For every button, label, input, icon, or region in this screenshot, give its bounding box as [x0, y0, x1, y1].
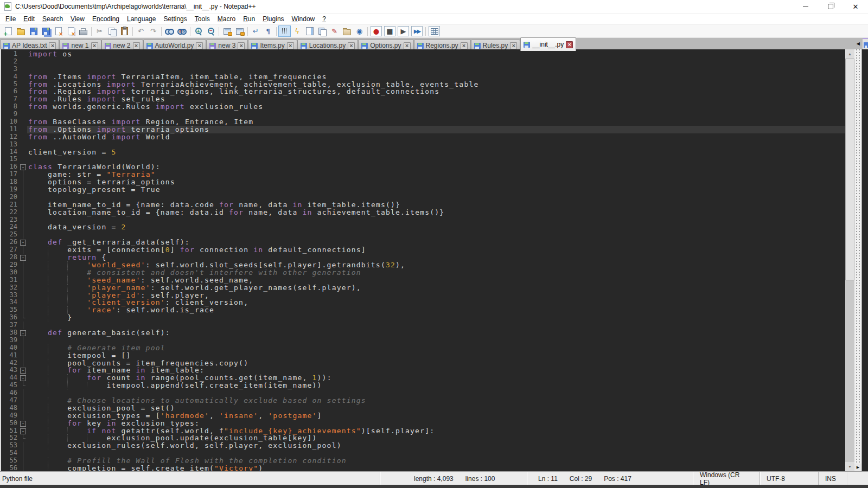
- close-button[interactable]: ✕: [843, 0, 868, 13]
- macro-record-icon[interactable]: ●: [371, 26, 382, 36]
- fold-collapse-icon[interactable]: -: [20, 330, 26, 336]
- code-line-11[interactable]: 11from .Options import terraria_options: [1, 126, 845, 133]
- code-line-45[interactable]: 45itempool.append(self.create_item(item_…: [1, 382, 845, 389]
- save-icon[interactable]: [27, 25, 40, 37]
- tab-close-icon[interactable]: ×: [461, 42, 468, 49]
- code-line-47[interactable]: 47# Choose locations to automatically ex…: [1, 397, 845, 404]
- code-line-15[interactable]: 15: [1, 156, 845, 163]
- red-pen-icon[interactable]: ✎: [328, 25, 341, 37]
- function-list-icon[interactable]: ϟ: [291, 25, 303, 37]
- macro-stop-icon[interactable]: ■: [384, 26, 395, 36]
- paste-icon[interactable]: [118, 25, 131, 37]
- code-line-23[interactable]: 23: [1, 216, 845, 224]
- sync-horizontal-scroll-icon[interactable]: [233, 25, 246, 37]
- code-line-28[interactable]: 28-return {: [1, 254, 845, 261]
- code-line-26[interactable]: 26-def _get_terraria_data(self):: [1, 239, 845, 246]
- code-line-50[interactable]: 50-for key in exclusion_types:: [1, 420, 845, 427]
- code-line-24[interactable]: 24data_version = 2: [1, 223, 845, 231]
- fold-collapse-icon[interactable]: -: [20, 240, 26, 246]
- tab-close-icon[interactable]: ×: [404, 42, 411, 49]
- code-line-44[interactable]: 44-for count in range(pool_counts.get(it…: [1, 374, 845, 382]
- fold-collapse-icon[interactable]: -: [20, 421, 26, 427]
- code-line-17[interactable]: 17game: str = "Terraria": [1, 171, 845, 178]
- code-line-53[interactable]: 53exclusion_rules(self.world, self.playe…: [1, 442, 845, 450]
- code-line-42[interactable]: 42pool_counts = item_frequencies.copy(): [1, 359, 845, 367]
- tab--init-py[interactable]: __init__.py×: [520, 37, 576, 51]
- copy-icon[interactable]: [106, 25, 118, 37]
- tab-close-icon[interactable]: ×: [49, 42, 56, 49]
- scrollbar-track[interactable]: [845, 59, 854, 462]
- tab-close-icon[interactable]: ×: [91, 42, 98, 49]
- code-line-49[interactable]: 49exclusion_types = ['hardmode', 'insane…: [1, 412, 845, 420]
- show-all-characters-icon[interactable]: ¶: [262, 25, 275, 37]
- tab-close-icon[interactable]: ×: [348, 42, 355, 49]
- document-list-icon[interactable]: [316, 25, 328, 37]
- menu-item-encoding[interactable]: Encoding: [88, 14, 123, 24]
- code-line-6[interactable]: 6from .Regions import terraria_regions, …: [1, 88, 845, 95]
- code-line-22[interactable]: 22location_name_to_id = {name: data.id f…: [1, 209, 845, 216]
- save-all-icon[interactable]: [40, 25, 52, 37]
- close-file-icon[interactable]: [52, 25, 65, 37]
- scrollbar-thumb[interactable]: [845, 59, 854, 280]
- scroll-up-arrow-icon[interactable]: ▲: [845, 49, 854, 59]
- tab-close-icon[interactable]: ×: [510, 42, 517, 49]
- menu-item-macro[interactable]: Macro: [214, 14, 239, 24]
- code-line-16[interactable]: 16-class TerrariaWorld(World):: [1, 163, 845, 171]
- code-line-33[interactable]: 33'player_id': self.player,: [1, 292, 845, 299]
- undo-icon[interactable]: ↶: [135, 25, 147, 37]
- new-file-icon[interactable]: [2, 25, 15, 37]
- code-line-41[interactable]: 41itempool = []: [1, 352, 845, 359]
- document-map-icon[interactable]: [303, 25, 316, 37]
- scroll-down-arrow-icon[interactable]: ▼: [845, 462, 854, 471]
- code-line-54[interactable]: 54: [1, 450, 845, 457]
- fold-collapse-icon[interactable]: -: [20, 255, 26, 261]
- fold-collapse-icon[interactable]: -: [20, 375, 26, 381]
- code-line-5[interactable]: 5from .Locations import TerrariaAchievem…: [1, 81, 845, 88]
- menu-item-edit[interactable]: Edit: [20, 14, 39, 24]
- status-resize-grip[interactable]: [847, 472, 868, 485]
- splitter-expand-right-arrow-icon[interactable]: ▶: [854, 464, 861, 471]
- code-editor[interactable]: 1import os234from .Items import Terraria…: [0, 49, 845, 471]
- menu-item-settings[interactable]: Settings: [159, 14, 190, 24]
- menu-item-file[interactable]: File: [2, 14, 20, 24]
- find-icon[interactable]: [163, 25, 176, 37]
- code-line-30[interactable]: 30# consistent and doesn't interfere wit…: [1, 269, 845, 277]
- code-line-10[interactable]: 10from BaseClasses import Region, Entran…: [1, 118, 845, 126]
- menu-item-run[interactable]: Run: [239, 14, 259, 24]
- code-line-2[interactable]: 2: [1, 58, 845, 66]
- code-line-18[interactable]: 18options = terraria_options: [1, 178, 845, 186]
- print-icon[interactable]: [77, 25, 90, 37]
- code-line-55[interactable]: 55# Prefill the Wall of Flesh with the c…: [1, 457, 845, 465]
- close-all-icon[interactable]: [65, 25, 77, 37]
- code-line-29[interactable]: 29'world_seed': self.world.slot_seeds[se…: [1, 261, 845, 269]
- word-wrap-icon[interactable]: ↵: [250, 25, 262, 37]
- macro-playback-icon[interactable]: ▶: [398, 26, 409, 36]
- code-line-3[interactable]: 3: [1, 66, 845, 73]
- fold-collapse-icon[interactable]: -: [20, 368, 26, 374]
- tab-close-icon[interactable]: ×: [133, 42, 140, 49]
- code-line-37[interactable]: 37: [1, 322, 845, 329]
- open-file-icon[interactable]: [15, 25, 27, 37]
- menu-item-search[interactable]: Search: [39, 14, 67, 24]
- fold-collapse-icon[interactable]: -: [20, 428, 26, 434]
- vertical-scrollbar[interactable]: ▲ ▼: [845, 49, 854, 471]
- tab-close-icon[interactable]: ×: [287, 42, 294, 49]
- code-line-21[interactable]: 21item_name_to_id = {name: data.code for…: [1, 201, 845, 209]
- save-recorded-macro-icon[interactable]: [429, 26, 440, 36]
- code-line-12[interactable]: 12from ..AutoWorld import World: [1, 133, 845, 141]
- code-line-19[interactable]: 19topology_present = True: [1, 186, 845, 194]
- replace-icon[interactable]: [176, 25, 188, 37]
- menu-item-tools[interactable]: Tools: [191, 14, 214, 24]
- code-line-52[interactable]: 52exclusion_pool.update(exclusion_table[…: [1, 434, 845, 442]
- code-line-4[interactable]: 4from .Items import TerrariaItem, item_t…: [1, 73, 845, 81]
- code-line-39[interactable]: 39: [1, 337, 845, 344]
- code-line-8[interactable]: 8from worlds.generic.Rules import exclus…: [1, 103, 845, 111]
- code-line-46[interactable]: 46: [1, 389, 845, 397]
- monitoring-eye-icon[interactable]: ◉: [353, 25, 366, 37]
- code-line-35[interactable]: 35'race': self.world.is_race: [1, 306, 845, 314]
- code-line-40[interactable]: 40# Generate item pool: [1, 344, 845, 352]
- zoom-out-icon[interactable]: [205, 25, 217, 37]
- code-line-56[interactable]: 56completion = self.create_item("Victory…: [1, 465, 845, 471]
- tab-close-icon[interactable]: ×: [566, 41, 573, 48]
- macro-run-multiple-icon[interactable]: ▶▶: [411, 26, 423, 36]
